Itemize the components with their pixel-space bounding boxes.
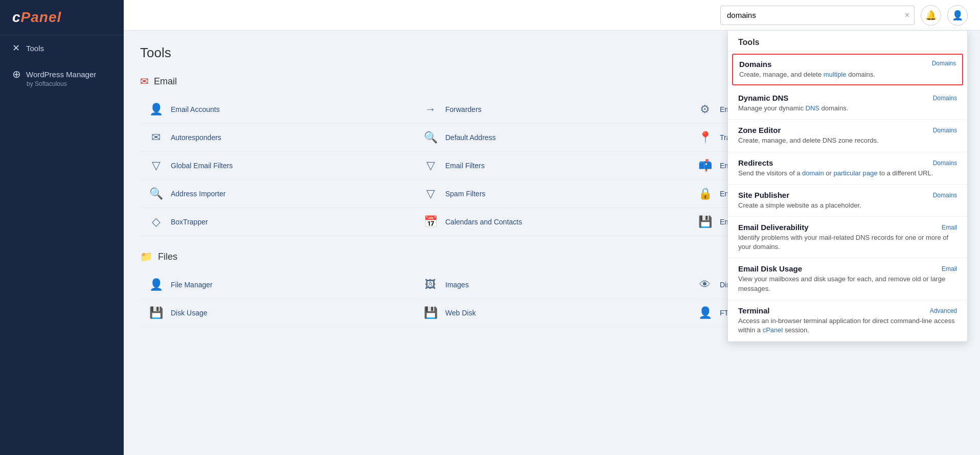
tool-address-importer[interactable]: 🔍 Address Importer <box>140 180 415 208</box>
boxtrapper-label: BoxTrapper <box>171 218 208 226</box>
dropdown-item-site-publisher-desc: Create a simple website as a placeholder… <box>738 201 957 210</box>
main-content: × 🔔 👤 Tools ✉ Email 👤 Email Accounts → F… <box>124 0 980 455</box>
images-icon: 🖼 <box>423 278 438 291</box>
search-clear-button[interactable]: × <box>905 11 909 20</box>
tools-icon: ✕ <box>12 42 20 54</box>
email-disk-icon: 💾 <box>697 215 713 229</box>
disk-usage-icon: 💾 <box>148 306 164 320</box>
dropdown-item-terminal-category: Advanced <box>930 307 957 314</box>
dropdown-item-terminal[interactable]: Terminal Access an in-browser terminal a… <box>728 300 967 342</box>
dropdown-item-email-disk-usage[interactable]: Email Disk Usage View your mailboxes and… <box>728 258 967 300</box>
dropdown-item-email-disk-usage-desc: View your mailboxes and disk usage for e… <box>738 275 957 293</box>
email-delivery-icon: 📫 <box>697 159 713 172</box>
notifications-button[interactable]: 🔔 <box>921 5 941 26</box>
dropdown-item-domains[interactable]: Domains Create, manage, and delete multi… <box>732 54 963 85</box>
dropdown-item-redirects-category: Domains <box>933 160 957 167</box>
directory-icon: 👁 <box>697 278 713 291</box>
dropdown-item-email-disk-usage-title: Email Disk Usage <box>738 264 957 273</box>
file-manager-icon: 👤 <box>148 278 164 291</box>
dropdown-item-zone-editor-category: Domains <box>933 127 957 134</box>
wp-manager-title: ⊕ WordPress Manager <box>12 68 111 80</box>
tool-default-address[interactable]: 🔍 Default Address <box>415 124 689 152</box>
sidebar-item-wordpress-manager[interactable]: ⊕ WordPress Manager by Softaculous <box>0 61 124 95</box>
dropdown-item-site-publisher[interactable]: Site Publisher Create a simple website a… <box>728 185 967 217</box>
user-icon: 👤 <box>952 10 963 21</box>
spam-filters-label: Spam Filters <box>445 190 486 198</box>
dropdown-item-zone-editor-desc: Create, manage, and delete DNS zone reco… <box>738 136 957 145</box>
email-filters-label: Email Filters <box>445 162 485 170</box>
tool-spam-filters[interactable]: ▽ Spam Filters <box>415 180 689 208</box>
search-input[interactable] <box>720 6 915 25</box>
topbar: × 🔔 👤 <box>124 0 980 31</box>
tool-images[interactable]: 🖼 Images <box>415 271 689 299</box>
dropdown-item-redirects[interactable]: Redirects Send the visitors of a domain … <box>728 152 967 185</box>
dropdown-item-zone-editor-title: Zone Editor <box>738 126 957 134</box>
global-email-filters-icon: ▽ <box>148 159 164 172</box>
email-accounts-icon: 👤 <box>148 103 164 116</box>
autoresponders-label: Autoresponders <box>171 133 221 142</box>
global-email-filters-label: Global Email Filters <box>171 162 233 170</box>
default-address-label: Default Address <box>445 133 496 142</box>
dropdown-item-email-deliverability[interactable]: Email Deliverability Identify problems w… <box>728 217 967 258</box>
dropdown-item-terminal-title: Terminal <box>738 306 957 315</box>
dropdown-item-email-deliverability-desc: Identify problems with your mail-related… <box>738 233 957 252</box>
dropdown-item-site-publisher-category: Domains <box>933 192 957 199</box>
bell-icon: 🔔 <box>925 10 937 21</box>
forwarders-icon: → <box>423 103 438 116</box>
cpanel-logo-text: cPanel <box>12 9 111 26</box>
dropdown-item-redirects-desc: Send the visitors of a domain or particu… <box>738 169 957 178</box>
files-section-icon: 📁 <box>140 251 153 263</box>
tool-email-accounts[interactable]: 👤 Email Accounts <box>140 96 415 124</box>
forwarders-label: Forwarders <box>445 105 482 113</box>
files-section-title: Files <box>158 252 177 262</box>
dropdown-item-terminal-desc: Access an in-browser terminal applicatio… <box>738 316 957 335</box>
sidebar-item-tools[interactable]: ✕ Tools <box>0 35 124 61</box>
address-importer-icon: 🔍 <box>148 187 164 200</box>
autoresponders-icon: ✉ <box>148 131 164 144</box>
track-delivery-icon: 📍 <box>697 131 713 144</box>
user-menu-button[interactable]: 👤 <box>947 5 968 26</box>
dropdown-item-email-deliverability-category: Email <box>942 224 957 231</box>
tool-file-manager[interactable]: 👤 File Manager <box>140 271 415 299</box>
tool-boxtrapper[interactable]: ◇ BoxTrapper <box>140 208 415 236</box>
dropdown-item-dynamic-dns-category: Domains <box>933 95 957 102</box>
dropdown-item-redirects-title: Redirects <box>738 158 957 167</box>
dropdown-item-domains-title: Domains <box>739 60 956 69</box>
dropdown-item-site-publisher-title: Site Publisher <box>738 191 957 199</box>
encryption-icon: 🔒 <box>697 187 713 200</box>
images-label: Images <box>445 281 469 289</box>
tool-autoresponders[interactable]: ✉ Autoresponders <box>140 124 415 152</box>
sidebar: cPanel ✕ Tools ⊕ WordPress Manager by So… <box>0 0 124 455</box>
address-importer-label: Address Importer <box>171 190 225 198</box>
dropdown-item-dynamic-dns[interactable]: Dynamic DNS Manage your dynamic DNS doma… <box>728 87 967 120</box>
web-disk-icon: 💾 <box>423 306 438 320</box>
tool-web-disk[interactable]: 💾 Web Disk <box>415 299 689 327</box>
sidebar-tools-label: Tools <box>26 44 44 53</box>
dropdown-item-domains-desc: Create, manage, and delete multiple doma… <box>739 70 956 79</box>
dropdown-item-email-disk-usage-category: Email <box>942 265 957 272</box>
email-routing-icon: ⚙ <box>697 103 713 116</box>
spam-filters-icon: ▽ <box>423 187 438 200</box>
dropdown-item-dynamic-dns-desc: Manage your dynamic DNS domains. <box>738 104 957 113</box>
tool-calendars-contacts[interactable]: 📅 Calendars and Contacts <box>415 208 689 236</box>
ftp-accounts-icon: 👤 <box>697 306 713 320</box>
dropdown-item-zone-editor[interactable]: Zone Editor Create, manage, and delete D… <box>728 120 967 152</box>
tool-disk-usage[interactable]: 💾 Disk Usage <box>140 299 415 327</box>
search-container: × <box>720 6 915 25</box>
wp-icon: ⊕ <box>12 68 21 80</box>
dropdown-section-title: Tools <box>728 31 967 52</box>
tool-global-email-filters[interactable]: ▽ Global Email Filters <box>140 152 415 180</box>
email-section-title: Email <box>154 76 177 87</box>
search-dropdown: Tools Domains Create, manage, and delete… <box>727 31 968 342</box>
disk-usage-label: Disk Usage <box>171 309 208 317</box>
email-section-icon: ✉ <box>140 75 149 87</box>
dropdown-item-dynamic-dns-title: Dynamic DNS <box>738 94 957 102</box>
boxtrapper-icon: ◇ <box>148 215 164 229</box>
tool-forwarders[interactable]: → Forwarders <box>415 96 689 124</box>
tool-email-filters[interactable]: ▽ Email Filters <box>415 152 689 180</box>
default-address-icon: 🔍 <box>423 131 438 144</box>
dropdown-item-email-deliverability-title: Email Deliverability <box>738 223 957 232</box>
calendars-contacts-icon: 📅 <box>423 215 438 229</box>
calendars-contacts-label: Calendars and Contacts <box>445 218 522 226</box>
email-filters-icon: ▽ <box>423 159 438 172</box>
